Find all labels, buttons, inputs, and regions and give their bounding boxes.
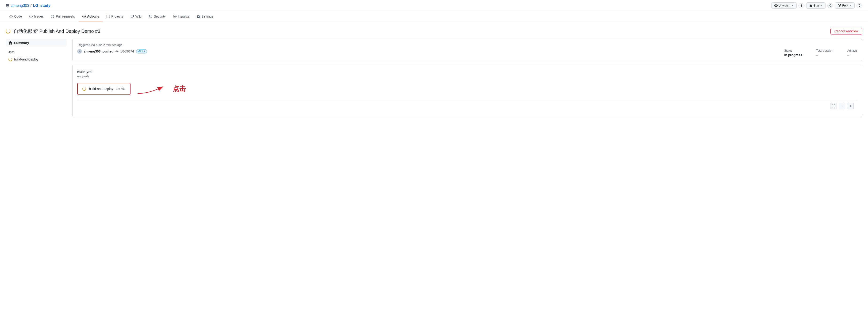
workflow-trigger: on: push [77,74,858,78]
chevron-down-icon [791,4,794,7]
pr-icon [51,15,55,18]
star-chevron-icon [820,4,823,7]
sidebar-job-item[interactable]: build-and-deploy [6,56,67,63]
job-box[interactable]: build-and-deploy 1m 45s [77,83,130,95]
status-label: Status [784,49,802,52]
sidebar: Summary Jobs build-and-deploy [6,39,67,117]
job-box-name: build-and-deploy [89,87,113,91]
tab-wiki[interactable]: Wiki [127,11,145,22]
avatar [77,49,82,54]
tab-code[interactable]: Code [6,11,26,22]
workflow-card: main.yml on: push build-and-deploy 1m 45… [72,65,862,117]
tab-actions[interactable]: Actions [79,11,103,22]
duration-col: Total duration – [816,49,833,57]
repo-path: zimeng303 / LG_study [6,3,51,8]
zoom-in-button[interactable]: + [847,103,854,109]
workflow-title-text: '自动化部署' Publish And Deploy Demo #3 [13,28,100,34]
artifacts-col: Artifacts – [847,49,858,57]
tab-security[interactable]: Security [145,11,169,22]
tab-issues-label: Issues [34,14,43,18]
code-icon [9,15,13,18]
workflow-title: '自动化部署' Publish And Deploy Demo #3 [6,28,100,34]
zoom-out-button[interactable]: − [839,103,845,109]
commit-hash-link[interactable]: b069074 [120,49,134,53]
annotation-area: 点击 [135,83,186,95]
fork-count: 0 [857,3,862,8]
sidebar-jobs-label: Jobs [6,49,67,55]
issues-icon [29,15,33,18]
job-status-icon [8,58,12,61]
repo-name-link[interactable]: LG_study [33,3,51,8]
home-icon [8,41,12,45]
repo-icon [6,4,9,7]
artifacts-value: – [847,53,858,57]
fork-icon [838,4,841,7]
click-annotation: 点击 [173,84,186,93]
repo-owner-link[interactable]: zimeng303 [11,3,29,8]
tab-pr-label: Pull requests [56,14,75,18]
commit-row: zimeng303 pushed b069074 v0.1.2 [77,49,147,54]
tab-settings-label: Settings [202,14,213,18]
sidebar-job-label: build-and-deploy [14,58,38,61]
fork-button[interactable]: Fork [835,2,855,9]
fork-label: Fork [842,4,848,7]
tab-insights[interactable]: Insights [169,11,193,22]
repo-separator: / [31,3,31,8]
tab-insights-label: Insights [178,14,189,18]
sidebar-summary-label: Summary [14,41,29,45]
tab-actions-label: Actions [87,14,99,18]
tab-security-label: Security [154,14,166,18]
cancel-workflow-button[interactable]: Cancel workflow [831,28,862,34]
job-box-time: 1m 45s [116,87,125,91]
star-count: 0 [827,3,833,8]
star-label: Star [813,4,819,7]
main-layout: Summary Jobs build-and-deploy Triggered … [6,39,862,117]
tab-projects-label: Projects [111,14,123,18]
tab-wiki-label: Wiki [135,14,142,18]
fullscreen-button[interactable]: ⛶ [830,103,837,109]
fork-chevron-icon [849,4,851,7]
eye-icon [774,4,778,7]
info-card: Triggered via push 2 minutes ago zimeng3… [72,39,862,61]
insights-icon [173,15,177,18]
tab-projects[interactable]: Projects [103,11,127,22]
tab-code-label: Code [14,14,22,18]
bottom-controls: ⛶ − + [77,100,858,112]
page-content: '自动化部署' Publish And Deploy Demo #3 Cance… [0,22,868,123]
pushed-label: pushed [102,49,113,53]
workflow-title-row: '自动化部署' Publish And Deploy Demo #3 Cance… [6,28,862,34]
triggered-text: Triggered via push 2 minutes ago [77,43,858,47]
workflow-status-icon [6,29,10,34]
right-content: Triggered via push 2 minutes ago zimeng3… [72,39,862,117]
job-spin-icon [83,87,86,91]
header-bar: zimeng303 / LG_study Unwatch 1 Star 0 [0,0,868,11]
job-box-wrapper: build-and-deploy 1m 45s [77,83,858,95]
unwatch-count: 1 [799,3,804,8]
sidebar-summary-item[interactable]: Summary [6,39,67,47]
security-icon [149,15,152,18]
header-actions: Unwatch 1 Star 0 Fork 0 [771,2,862,9]
unwatch-button[interactable]: Unwatch [771,2,797,9]
arrow-icon [135,83,168,95]
tab-settings[interactable]: Settings [193,11,217,22]
commit-user: zimeng303 [84,49,101,53]
tab-pull-requests[interactable]: Pull requests [48,11,79,22]
wiki-icon [131,15,134,18]
commit-icon [115,50,119,53]
artifacts-label: Artifacts [847,49,858,52]
star-button[interactable]: Star [806,2,826,9]
unwatch-label: Unwatch [779,4,790,7]
status-col: Status In progress [784,49,802,57]
settings-icon [197,15,200,18]
duration-label: Total duration [816,49,833,52]
version-badge: v0.1.2 [136,49,147,54]
duration-value: – [816,53,833,57]
tab-issues[interactable]: Issues [26,11,47,22]
info-meta: Status In progress Total duration – Arti… [784,49,858,57]
star-icon [809,4,813,7]
projects-icon [106,15,110,18]
workflow-filename: main.yml [77,70,858,74]
status-value: In progress [784,53,802,57]
actions-nav-icon [83,15,86,18]
nav-tabs: Code Issues Pull requests Actions Projec… [0,11,868,22]
